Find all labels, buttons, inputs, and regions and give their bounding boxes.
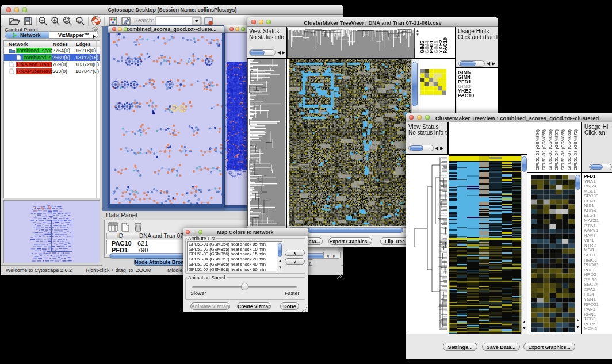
svg-text:Search:: Search:	[134, 17, 154, 24]
svg-text:1:1: 1:1	[78, 19, 82, 22]
